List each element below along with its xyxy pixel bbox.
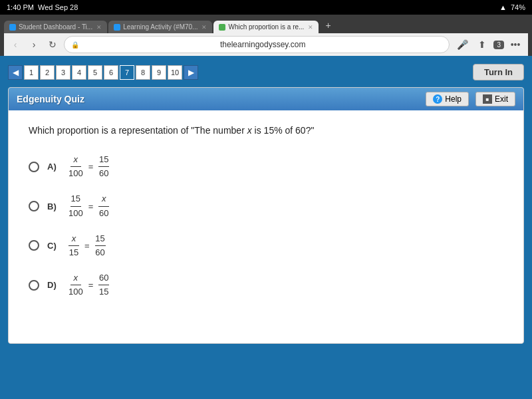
fraction-d-right-den: 15 <box>98 285 109 298</box>
next-question-button[interactable]: ▶ <box>184 65 198 80</box>
quiz-nav-bar: ◀ 1 2 3 4 5 6 7 8 9 10 ▶ Turn In <box>8 61 524 83</box>
tab-bar: Student Dashboard - Ti... ✕ Learning Act… <box>4 17 528 33</box>
question-numbers: ◀ 1 2 3 4 5 6 7 8 9 10 ▶ <box>8 65 198 80</box>
fraction-b-right-den: 60 <box>98 207 109 219</box>
back-button[interactable]: ‹ <box>8 37 23 52</box>
fraction-d-right-num: 60 <box>98 272 109 285</box>
tab-2-favicon <box>114 24 120 31</box>
turn-in-button[interactable]: Turn In <box>473 64 524 80</box>
exit-button[interactable]: ■ Exit <box>475 92 515 106</box>
question-num-1[interactable]: 1 <box>24 65 39 80</box>
forward-button[interactable]: › <box>27 37 41 52</box>
choice-c-label: C) <box>47 241 61 251</box>
fraction-c-left-num: x <box>68 233 79 246</box>
fraction-c-left-den: 15 <box>68 246 79 259</box>
address-bar[interactable]: 🔒 thelearningodyssey.com <box>64 36 450 53</box>
fraction-d-left-num: x <box>70 272 81 285</box>
radio-a[interactable] <box>29 162 39 172</box>
choice-c[interactable]: C) x 15 = 15 60 <box>29 233 503 259</box>
question-text: Which proportion is a representation of … <box>29 124 503 138</box>
tab-1-favicon <box>9 24 16 31</box>
question-num-5[interactable]: 5 <box>88 65 102 80</box>
exit-icon: ■ <box>483 94 492 104</box>
fraction-d-left: x 100 <box>68 272 83 298</box>
tab-3-favicon <box>219 24 225 31</box>
question-num-6[interactable]: 6 <box>104 65 118 80</box>
fraction-b-right-num: x <box>98 193 109 206</box>
choice-c-expr: x 15 = 15 60 <box>68 233 106 259</box>
tab-2-label: Learning Activity (#M70... <box>123 23 198 31</box>
question-num-9[interactable]: 9 <box>152 65 166 80</box>
tab-1[interactable]: Student Dashboard - Ti... ✕ <box>4 21 107 33</box>
browser-chrome: Student Dashboard - Ti... ✕ Learning Act… <box>0 15 532 56</box>
help-label: Help <box>445 94 462 104</box>
tab-3[interactable]: Which proportion is a re... ✕ <box>213 21 319 33</box>
fraction-c-right: 15 60 <box>95 233 106 259</box>
quiz-body: Which proportion is a representation of … <box>9 110 523 343</box>
wifi-icon: ▲ <box>499 3 507 11</box>
fraction-c-left: x 15 <box>68 233 79 259</box>
choice-a-label: A) <box>47 162 61 172</box>
quiz-header-actions: ? Help ■ Exit <box>426 92 515 106</box>
tab-count-badge[interactable]: 3 <box>493 41 504 49</box>
fraction-c-right-den: 60 <box>95 246 106 259</box>
radio-d[interactable] <box>29 280 39 291</box>
prev-question-button[interactable]: ◀ <box>8 65 23 80</box>
equals-b: = <box>88 201 94 211</box>
fraction-a-left-num: x <box>70 154 81 167</box>
choice-a-expr: x 100 = 15 60 <box>68 154 109 180</box>
browser-actions: 🎤 ⬆ 3 ••• <box>454 36 524 53</box>
fraction-b-right: x 60 <box>98 193 109 219</box>
choice-d-label: D) <box>47 280 61 290</box>
choice-d[interactable]: D) x 100 = 60 15 <box>29 272 503 298</box>
exit-label: Exit <box>495 94 508 104</box>
quiz-title: Edgenuity Quiz <box>17 94 84 104</box>
reload-button[interactable]: ↻ <box>45 37 60 52</box>
fraction-c-right-num: 15 <box>95 233 106 246</box>
fraction-a-right-num: 15 <box>98 154 109 167</box>
help-button[interactable]: ? Help <box>426 92 469 106</box>
tab-2[interactable]: Learning Activity (#M70... ✕ <box>108 21 212 33</box>
share-button[interactable]: ⬆ <box>473 36 491 53</box>
question-num-7[interactable]: 7 <box>120 65 134 80</box>
tab-2-close[interactable]: ✕ <box>201 24 207 31</box>
question-text-part2: is 15% of 60?" <box>252 125 315 136</box>
radio-c[interactable] <box>29 240 39 251</box>
new-tab-button[interactable]: + <box>320 17 336 33</box>
choice-d-expr: x 100 = 60 15 <box>68 272 109 298</box>
main-content: ◀ 1 2 3 4 5 6 7 8 9 10 ▶ Turn In Edgenui… <box>0 56 532 349</box>
help-icon: ? <box>433 94 442 104</box>
question-num-3[interactable]: 3 <box>56 65 70 80</box>
fraction-b-left-num: 15 <box>70 193 81 206</box>
status-bar: 1:40 PM Wed Sep 28 ▲ 74% <box>0 0 532 15</box>
question-num-10[interactable]: 10 <box>168 65 182 80</box>
fraction-a-right: 15 60 <box>98 154 109 180</box>
choice-b-expr: 15 100 = x 60 <box>68 193 109 219</box>
fraction-a-left-den: 100 <box>68 167 83 180</box>
address-bar-row: ‹ › ↻ 🔒 thelearningodyssey.com 🎤 ⬆ 3 ••• <box>4 33 528 56</box>
choice-b-label: B) <box>47 201 61 211</box>
question-num-4[interactable]: 4 <box>72 65 86 80</box>
question-num-2[interactable]: 2 <box>40 65 55 80</box>
menu-button[interactable]: ••• <box>507 36 524 53</box>
fraction-b-left: 15 100 <box>68 193 83 219</box>
fraction-d-right: 60 15 <box>98 272 109 298</box>
tab-1-close[interactable]: ✕ <box>96 24 102 31</box>
lock-icon: 🔒 <box>71 41 79 49</box>
choice-a[interactable]: A) x 100 = 15 60 <box>29 154 503 180</box>
question-num-8[interactable]: 8 <box>136 65 150 80</box>
question-text-part1: Which proportion is a representation of … <box>29 125 247 136</box>
fraction-a-left: x 100 <box>68 154 83 180</box>
microphone-button[interactable]: 🎤 <box>454 36 471 53</box>
equals-a: = <box>88 162 94 172</box>
answer-choices: A) x 100 = 15 60 <box>29 154 503 299</box>
choice-b[interactable]: B) 15 100 = x 60 <box>29 193 503 219</box>
tab-3-label: Which proportion is a re... <box>228 23 304 31</box>
status-time: 1:40 PM <box>7 3 34 11</box>
fraction-b-left-den: 100 <box>68 207 83 219</box>
equals-c: = <box>84 241 90 251</box>
radio-b[interactable] <box>29 201 39 211</box>
quiz-header: Edgenuity Quiz ? Help ■ Exit <box>9 88 523 110</box>
tab-3-close[interactable]: ✕ <box>308 24 313 31</box>
quiz-panel: Edgenuity Quiz ? Help ■ Exit Which propo… <box>8 87 524 344</box>
